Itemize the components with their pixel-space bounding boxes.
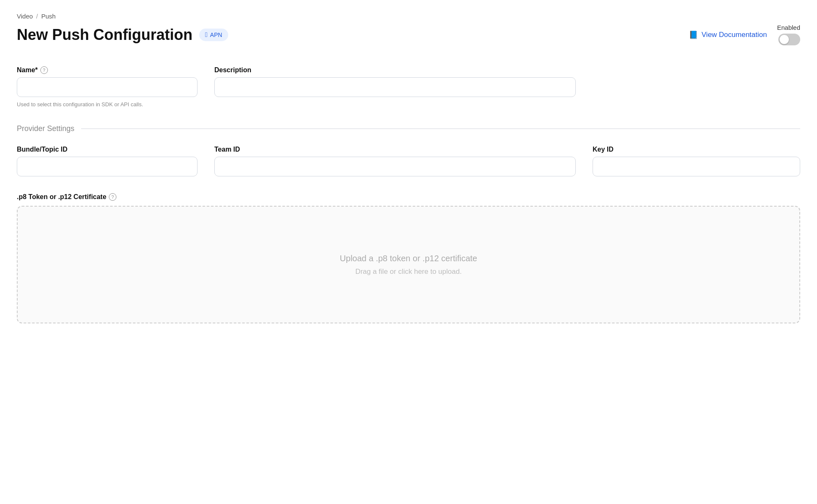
breadcrumb-parent[interactable]: Video — [17, 13, 33, 20]
bundle-input[interactable] — [17, 157, 198, 176]
breadcrumb: Video / Push — [17, 13, 800, 20]
team-group: Team ID — [214, 146, 576, 176]
key-label: Key ID — [593, 146, 800, 153]
key-input[interactable] — [593, 157, 800, 176]
description-input[interactable] — [214, 77, 576, 97]
upload-main-text: Upload a .p8 token or .p12 certificate — [340, 254, 477, 263]
name-description-section: Name* ? Used to select this configuratio… — [17, 66, 800, 108]
provider-settings-section: Bundle/Topic ID Team ID Key ID — [17, 146, 800, 176]
bundle-group: Bundle/Topic ID — [17, 146, 198, 176]
apn-badge:  APN — [199, 29, 228, 41]
book-icon: 📘 — [689, 30, 698, 39]
upload-dropzone[interactable]: Upload a .p8 token or .p12 certificate D… — [17, 206, 800, 323]
header-left: New Push Configuration  APN — [17, 26, 228, 44]
name-description-row: Name* ? Used to select this configuratio… — [17, 66, 800, 108]
name-label: Name* ? — [17, 66, 198, 74]
enabled-toggle[interactable] — [778, 34, 800, 45]
name-hint-icon[interactable]: ? — [40, 66, 48, 74]
view-documentation-link[interactable]: 📘 View Documentation — [689, 30, 767, 39]
description-label: Description — [214, 66, 576, 74]
provider-settings-title: Provider Settings — [17, 124, 74, 133]
header-row: New Push Configuration  APN 📘 View Docu… — [17, 24, 800, 45]
certificate-hint-icon[interactable]: ? — [109, 193, 116, 201]
breadcrumb-separator: / — [36, 13, 38, 20]
toggle-knob — [780, 35, 789, 44]
team-input[interactable] — [214, 157, 576, 176]
upload-sub-text: Drag a file or click here to upload. — [355, 268, 461, 276]
breadcrumb-current: Push — [41, 13, 55, 20]
badge-label: APN — [210, 32, 222, 38]
apple-icon:  — [205, 31, 208, 39]
header-right: 📘 View Documentation Enabled — [689, 24, 800, 45]
name-hint-text: Used to select this configuration in SDK… — [17, 101, 198, 108]
name-group: Name* ? Used to select this configuratio… — [17, 66, 198, 108]
certificate-label: .p8 Token or .p12 Certificate ? — [17, 193, 800, 201]
key-group: Key ID — [593, 146, 800, 176]
bundle-label: Bundle/Topic ID — [17, 146, 198, 153]
team-label: Team ID — [214, 146, 576, 153]
enabled-label: Enabled — [777, 24, 800, 31]
certificate-section: .p8 Token or .p12 Certificate ? Upload a… — [17, 193, 800, 323]
page-title: New Push Configuration — [17, 26, 192, 44]
enabled-section: Enabled — [777, 24, 800, 45]
divider-line — [81, 129, 800, 129]
view-docs-label: View Documentation — [701, 31, 767, 39]
provider-settings-divider: Provider Settings — [17, 124, 800, 133]
description-group: Description — [214, 66, 576, 108]
name-input[interactable] — [17, 77, 198, 97]
bundle-team-key-row: Bundle/Topic ID Team ID Key ID — [17, 146, 800, 176]
